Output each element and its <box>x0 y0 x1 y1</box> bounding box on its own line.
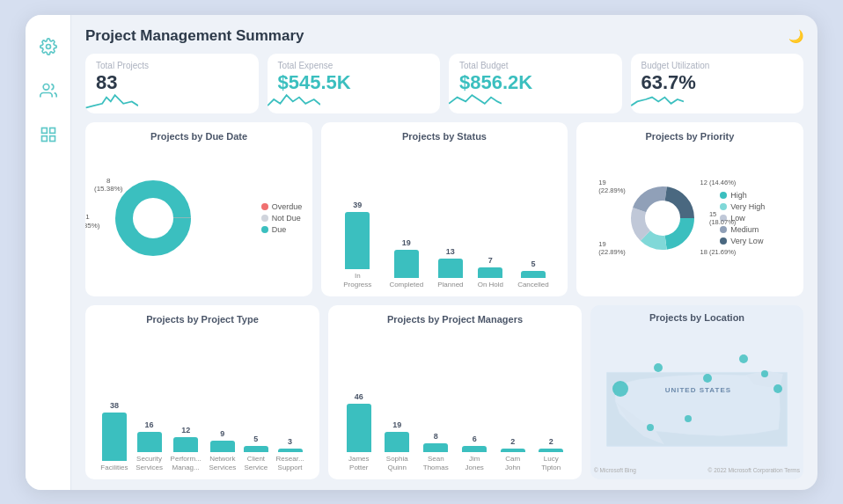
sidebar-icon-settings[interactable] <box>34 33 62 61</box>
svg-point-1 <box>43 84 49 90</box>
bar-name-0: In Progress <box>340 272 375 289</box>
bar-col-4: 2CamJohn <box>501 437 525 471</box>
bar-name-5: Resear...Support <box>276 455 304 471</box>
priority-chart: Projects by Priority 19(22.89%) 12 (14.4… <box>576 122 803 296</box>
bar-val-0: 39 <box>353 201 362 209</box>
bar-val-4: 5 <box>531 259 535 268</box>
bar-name-3: JimJones <box>465 455 484 471</box>
dashboard: Project Management Summary 🌙 Total Proje… <box>26 15 817 490</box>
bar-val-4: 5 <box>253 435 258 443</box>
bar-val-2: 8 <box>434 432 438 441</box>
legend-label-overdue: Overdue <box>272 202 303 211</box>
bar-col-3: 9NetworkServices <box>209 429 236 471</box>
managers-title: Projects by Project Managers <box>339 314 571 325</box>
legend-dot-not-due <box>261 215 268 222</box>
project-type-bars: 38Facilities16SecurityServices12Perform.… <box>96 330 309 472</box>
bar-rect-3 <box>478 267 502 278</box>
bar-rect-5 <box>539 449 563 452</box>
managers-chart: Projects by Project Managers 46JamesPott… <box>328 305 582 479</box>
svg-point-15 <box>647 202 678 234</box>
bar-name-2: SeanThomas <box>423 455 449 471</box>
bar-name-4: CamJohn <box>505 455 520 471</box>
svg-rect-2 <box>41 128 47 133</box>
legend-high: High <box>720 191 765 200</box>
legend-dot-overdue <box>261 203 268 210</box>
sidebar-icon-users[interactable] <box>34 77 62 105</box>
svg-rect-5 <box>49 135 55 141</box>
sidebar <box>26 15 71 490</box>
bar-col-0: 39In Progress <box>340 201 375 289</box>
sparkline-1 <box>268 89 320 110</box>
legend-label-medium: Medium <box>730 225 759 234</box>
legend-label-due: Due <box>272 225 287 234</box>
legend-dot-very-high <box>720 203 727 210</box>
bar-col-1: 16SecurityServices <box>136 420 163 471</box>
dark-mode-icon[interactable]: 🌙 <box>788 29 803 43</box>
main-content: Project Management Summary 🌙 Total Proje… <box>71 15 817 490</box>
svg-point-0 <box>46 44 50 48</box>
bar-name-5: LucyTipton <box>541 455 561 471</box>
bar-col-5: 3Resear...Support <box>276 437 304 471</box>
kpi-label-1: Total Expense <box>278 61 430 70</box>
bar-val-1: 19 <box>402 238 411 247</box>
sidebar-icon-grid[interactable] <box>34 121 62 149</box>
bar-rect-2 <box>438 259 463 278</box>
bar-rect-0 <box>345 212 370 269</box>
map-dot-7 <box>647 424 654 431</box>
bar-rect-1 <box>137 432 162 452</box>
svg-rect-3 <box>49 128 55 133</box>
charts-row-1: Projects by Due Date 41(78.85%) 8(15.38%… <box>85 122 803 296</box>
bar-name-0: Facilities <box>100 464 128 472</box>
page-title: Project Management Summary <box>85 27 304 45</box>
legend-dot-high <box>720 192 727 199</box>
map-dot-2 <box>703 374 712 383</box>
bar-val-0: 46 <box>355 392 363 401</box>
legend-not-due: Not Due <box>261 214 303 223</box>
location-map: Projects by Location UNITED STATES © Mic… <box>590 305 803 479</box>
bar-name-3: NetworkServices <box>209 455 236 471</box>
svg-rect-4 <box>41 135 47 141</box>
map-dot-3 <box>739 354 748 363</box>
due-date-legend: Overdue Not Due Due <box>261 202 303 234</box>
bar-col-1: 19Completed <box>389 238 423 289</box>
bar-rect-1 <box>394 250 419 278</box>
sparkline-2 <box>449 89 502 110</box>
bar-col-5: 2LucyTipton <box>539 437 563 471</box>
due-date-label-top: 8(15.38%) <box>94 177 122 194</box>
bar-col-0: 46JamesPotter <box>347 392 371 471</box>
kpi-card-0: Total Projects83 <box>85 54 259 113</box>
map-dot-1 <box>654 363 663 372</box>
bar-val-3: 6 <box>473 435 477 443</box>
bar-name-2: Perform...Manag... <box>171 455 202 471</box>
legend-overdue: Overdue <box>261 202 303 211</box>
kpi-card-1: Total Expense$545.5K <box>268 54 441 113</box>
sparkline-0 <box>85 89 138 110</box>
map-credit: © Microsoft Bing <box>594 467 636 473</box>
bar-val-0: 38 <box>110 401 119 410</box>
bar-col-4: 5Cancelled <box>517 259 549 289</box>
kpi-card-3: Budget Utilization63.7% <box>631 54 804 113</box>
map-body: UNITED STATES © Microsoft Bing © 2022 Mi… <box>590 326 803 476</box>
bar-name-3: On Hold <box>478 281 503 289</box>
priority-donut-container: 19(22.89%) 12 (14.46%) 15(18.07%) 18 (21… <box>587 147 793 289</box>
legend-due: Due <box>261 225 303 234</box>
project-type-chart: Projects by Project Type 38Facilities16S… <box>85 305 319 479</box>
bar-col-1: 19SophiaQuinn <box>385 420 409 471</box>
bar-name-1: SecurityServices <box>136 455 163 471</box>
sparkline-3 <box>631 89 684 110</box>
bar-val-1: 16 <box>145 420 154 429</box>
bar-val-5: 2 <box>549 437 553 446</box>
status-chart: Projects by Status 39In Progress19Comple… <box>321 122 568 296</box>
priority-label-bl: 19(22.89%) <box>598 240 625 256</box>
bar-val-1: 19 <box>392 420 401 429</box>
map-us-label: UNITED STATES <box>665 386 731 394</box>
status-bars: 39In Progress19Completed13Planned7On Hol… <box>332 147 557 289</box>
bar-rect-5 <box>278 449 303 452</box>
kpi-label-0: Total Projects <box>96 61 248 70</box>
status-title: Projects by Status <box>332 131 557 142</box>
priority-svg <box>623 179 702 258</box>
legend-dot-due <box>261 226 268 233</box>
priority-label-br: 18 (21.69%) <box>700 248 737 256</box>
svg-point-9 <box>134 199 172 237</box>
priority-donut-wrap: 19(22.89%) 12 (14.46%) 15(18.07%) 18 (21… <box>614 179 711 258</box>
